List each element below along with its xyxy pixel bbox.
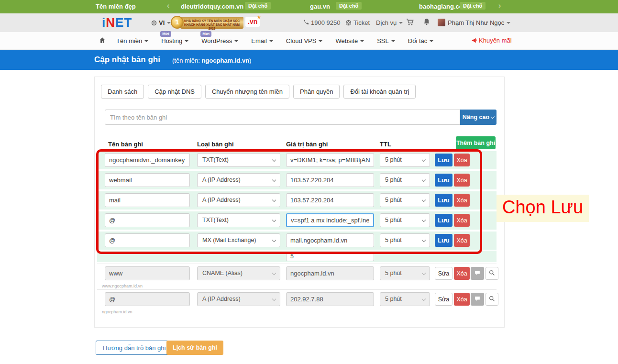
- advanced-search-button[interactable]: Nâng cao: [460, 110, 497, 125]
- record-type-select[interactable]: TXT(Text): [197, 213, 280, 227]
- record-name-input[interactable]: [105, 153, 190, 167]
- language-selector[interactable]: VI: [151, 19, 171, 26]
- inspect-button[interactable]: [486, 293, 498, 306]
- chevron-right-icon[interactable]: ›: [498, 1, 501, 10]
- record-value-input[interactable]: [286, 193, 374, 207]
- chevron-down-icon: [507, 22, 510, 24]
- record-value-input[interactable]: [286, 173, 374, 187]
- delete-button[interactable]: Xóa: [454, 234, 470, 247]
- hotline[interactable]: 1900 9250: [303, 19, 340, 26]
- save-button[interactable]: Lưu: [435, 174, 452, 187]
- nav-home[interactable]: [99, 37, 106, 45]
- cart-button[interactable]: [406, 18, 416, 27]
- record-type-select[interactable]: TXT(Text): [197, 153, 280, 167]
- record-history-button[interactable]: Lịch sử bản ghi: [166, 341, 223, 355]
- save-button[interactable]: Lưu: [435, 194, 452, 207]
- dns-guide-button[interactable]: Hướng dẫn trỏ bản ghi: [96, 341, 173, 355]
- chevron-down-icon: [272, 218, 276, 222]
- record-value-input[interactable]: [286, 213, 374, 227]
- record-type-select[interactable]: A (IP Address): [197, 193, 280, 207]
- chevron-down-icon: [399, 22, 403, 24]
- search-input[interactable]: [105, 110, 460, 125]
- comment-button[interactable]: [471, 293, 484, 306]
- tab-doi-tai-khoan[interactable]: Đổi tài khoản quản trị: [343, 85, 416, 99]
- phone-icon: [303, 20, 309, 26]
- record-ttl-select[interactable]: 5 phút: [380, 193, 430, 207]
- record-type-select[interactable]: A (IP Address): [197, 173, 280, 187]
- edit-button[interactable]: Sửa: [435, 293, 452, 306]
- ticket-link[interactable]: Ticket: [345, 19, 370, 26]
- nav-ten-mien[interactable]: Tên miền: [116, 37, 148, 44]
- chevron-down-icon: [185, 40, 188, 42]
- nav-doi-tac[interactable]: Đối tác: [408, 37, 433, 44]
- divider: [97, 264, 497, 264]
- nav-ssl[interactable]: SSL: [377, 37, 395, 44]
- reserve-button[interactable]: Đặt chỗ: [460, 2, 486, 10]
- delete-button[interactable]: Xóa: [454, 267, 470, 280]
- mx-priority-input[interactable]: [286, 252, 374, 261]
- record-row: A (IP Address) 5 phút Lưu Xóa: [97, 191, 497, 210]
- chevron-down-icon: [319, 40, 322, 42]
- tab-cap-nhat-dns[interactable]: Cập nhật DNS: [148, 85, 201, 99]
- tab-danh-sach[interactable]: Danh sách: [101, 85, 144, 99]
- award-banner: 1 NHÀ ĐĂNG KÝ TÊN MIỀN CHĂM SÓC KHÁCH HÀ…: [171, 15, 263, 30]
- topbar-domain[interactable]: dieutridotquy.com.vn: [181, 3, 243, 10]
- main-nav: Tên miền MớiHosting MớiWordPress Email C…: [0, 32, 618, 50]
- delete-button[interactable]: Xóa: [454, 194, 470, 207]
- nav-wordpress[interactable]: MớiWordPress: [201, 37, 238, 44]
- chevron-left-icon[interactable]: ‹: [167, 1, 169, 10]
- reserve-button[interactable]: Đặt chỗ: [245, 2, 271, 10]
- services-menu[interactable]: Dịch vụ: [376, 19, 403, 26]
- comment-button[interactable]: [471, 267, 484, 280]
- record-name-input[interactable]: [105, 233, 190, 247]
- record-ttl-select: 5 phút: [380, 292, 430, 306]
- record-name-input[interactable]: [105, 173, 190, 187]
- record-search: Nâng cao: [105, 110, 497, 125]
- record-ttl-select[interactable]: 5 phút: [380, 153, 430, 167]
- record-row: MX (Mail Exchange) 5 phút Lưu Xóa: [97, 232, 497, 250]
- chevron-down-icon: [360, 40, 364, 42]
- save-button[interactable]: Lưu: [435, 214, 452, 227]
- notifications-button[interactable]: [423, 18, 432, 26]
- record-ttl-select[interactable]: 5 phút: [380, 173, 430, 187]
- delete-button[interactable]: Xóa: [454, 214, 470, 227]
- delete-button[interactable]: Xóa: [454, 154, 470, 166]
- column-header-ttl: TTL: [380, 141, 391, 148]
- tab-phan-quyen[interactable]: Phân quyền: [293, 85, 340, 99]
- avatar[interactable]: [438, 19, 445, 26]
- nav-hosting[interactable]: MớiHosting: [161, 37, 188, 44]
- delete-button[interactable]: Xóa: [454, 293, 470, 306]
- delete-button[interactable]: Xóa: [454, 174, 470, 187]
- chevron-down-icon: [272, 178, 276, 182]
- annotation-chon-luu: Chọn Lưu: [497, 195, 589, 222]
- save-button[interactable]: Lưu: [435, 154, 452, 166]
- record-value-input[interactable]: [286, 153, 374, 167]
- tab-chuyen-nhuong[interactable]: Chuyển nhượng tên miền: [205, 85, 289, 99]
- user-menu[interactable]: Phạm Thị Như Ngọc: [448, 19, 510, 26]
- magnifier-icon: [489, 296, 495, 302]
- topbar-domain[interactable]: gau.vn: [310, 3, 330, 10]
- record-type-select[interactable]: MX (Mail Exchange): [197, 233, 280, 247]
- vn-logo: .vn★: [245, 17, 260, 27]
- nav-cloud-vps[interactable]: Cloud VPS: [286, 37, 323, 44]
- page: Tên miền đẹp ‹ dieutridotquy.com.vn Đặt …: [0, 0, 618, 364]
- add-record-button[interactable]: Thêm bản ghi: [456, 136, 496, 149]
- header: iNET VI 1 NHÀ ĐĂNG KÝ TÊN MIỀN CHĂM SÓC …: [0, 13, 618, 32]
- top-domain-bar: Tên miền đẹp ‹ dieutridotquy.com.vn Đặt …: [0, 0, 618, 13]
- save-button[interactable]: Lưu: [435, 234, 452, 247]
- inet-logo[interactable]: iNET: [102, 15, 132, 30]
- services-label: Dịch vụ: [376, 19, 397, 26]
- nav-promotions[interactable]: Khuyến mãi: [471, 37, 512, 44]
- chevron-down-icon: [430, 40, 433, 42]
- inspect-button[interactable]: [486, 267, 498, 280]
- record-value-input[interactable]: [286, 233, 374, 247]
- nav-email[interactable]: Email: [251, 37, 273, 44]
- record-ttl-select[interactable]: 5 phút: [380, 233, 430, 247]
- record-name-input[interactable]: [105, 213, 190, 227]
- reserve-button[interactable]: Đặt chỗ: [336, 2, 362, 10]
- edit-button[interactable]: Sửa: [435, 267, 452, 280]
- record-name-input[interactable]: [105, 193, 190, 207]
- nav-website[interactable]: Website: [335, 37, 364, 44]
- record-ttl-select[interactable]: 5 phút: [380, 213, 430, 227]
- record-row: A (IP Address) 5 phút Lưu Xóa: [97, 171, 497, 189]
